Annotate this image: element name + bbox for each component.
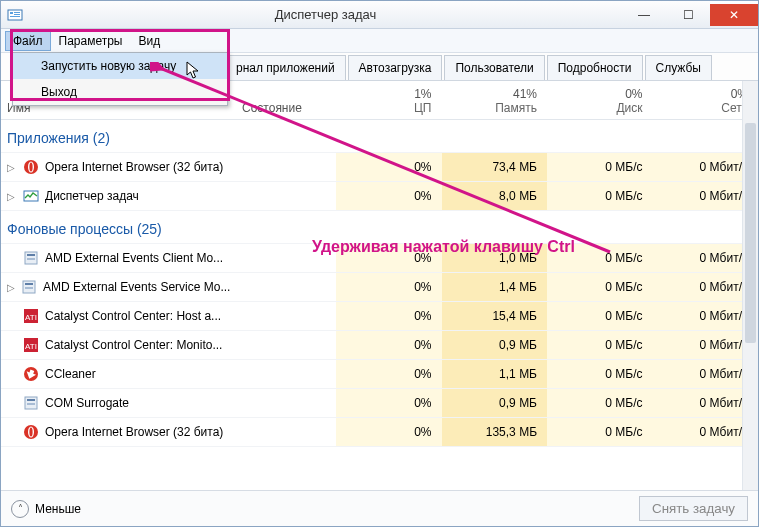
svg-point-25: [29, 428, 32, 437]
tab-startup[interactable]: Автозагрузка: [348, 55, 443, 80]
table-row[interactable]: ▷AMD External Events Service Mo...0%1,4 …: [1, 273, 758, 302]
fewer-details-label: Меньше: [35, 502, 81, 516]
table-row[interactable]: CCleaner0%1,1 МБ0 МБ/с0 Мбит/с: [1, 360, 758, 389]
process-name: Catalyst Control Center: Monito...: [45, 338, 222, 352]
process-name: AMD External Events Client Mo...: [45, 251, 223, 265]
disk-cell: 0 МБ/с: [547, 418, 653, 447]
cpu-cell: 0%: [336, 273, 442, 302]
svg-rect-1: [10, 12, 13, 14]
table-row[interactable]: ▷Диспетчер задач0%8,0 МБ0 МБ/с0 Мбит/с: [1, 182, 758, 211]
tab-services[interactable]: Службы: [645, 55, 712, 80]
svg-rect-22: [27, 403, 35, 405]
svg-rect-3: [14, 14, 20, 15]
fewer-details-button[interactable]: ˄ Меньше: [11, 500, 81, 518]
memory-cell: 135,3 МБ: [442, 418, 548, 447]
maximize-button[interactable]: ☐: [666, 4, 710, 26]
process-state: [236, 182, 336, 211]
table-row[interactable]: ▷Opera Internet Browser (32 бита)0%73,4 …: [1, 153, 758, 182]
disk-cell: 0 МБ/с: [547, 244, 653, 273]
content-area: Имя Состояние 1%ЦП 41%Память 0%Диск 0%Се…: [1, 81, 758, 490]
memory-cell: 73,4 МБ: [442, 153, 548, 182]
disk-cell: 0 МБ/с: [547, 360, 653, 389]
memory-cell: 1,4 МБ: [442, 273, 548, 302]
end-task-button[interactable]: Снять задачу: [639, 496, 748, 521]
expander-icon[interactable]: ▷: [7, 162, 17, 173]
chevron-up-icon: ˄: [11, 500, 29, 518]
file-menu-dropdown: Запустить новую задачу Выход: [12, 52, 228, 106]
scrollbar-thumb[interactable]: [745, 123, 756, 343]
process-name: CCleaner: [45, 367, 96, 381]
process-name: Диспетчер задач: [45, 189, 139, 203]
process-icon: ATI: [23, 308, 39, 324]
svg-rect-4: [10, 16, 20, 17]
process-icon: [23, 424, 39, 440]
expander-icon[interactable]: ▷: [7, 191, 17, 202]
tab-app-history[interactable]: рнал приложений: [225, 55, 346, 80]
menu-file[interactable]: Файл: [5, 31, 51, 51]
table-row[interactable]: ATICatalyst Control Center: Monito...0%0…: [1, 331, 758, 360]
process-icon: ATI: [23, 337, 39, 353]
memory-cell: 0,9 МБ: [442, 331, 548, 360]
cpu-cell: 0%: [336, 153, 442, 182]
process-name: Opera Internet Browser (32 бита): [45, 160, 223, 174]
tab-details[interactable]: Подробности: [547, 55, 643, 80]
disk-cell: 0 МБ/с: [547, 331, 653, 360]
cpu-cell: 0%: [336, 302, 442, 331]
disk-cell: 0 МБ/с: [547, 153, 653, 182]
process-state: [236, 302, 336, 331]
svg-rect-10: [27, 254, 35, 256]
close-button[interactable]: ✕: [710, 4, 758, 26]
group-title: Приложения (2): [1, 120, 758, 153]
col-state[interactable]: Состояние: [236, 81, 336, 120]
table-row[interactable]: COM Surrogate0%0,9 МБ0 МБ/с0 Мбит/с: [1, 389, 758, 418]
process-state: [236, 389, 336, 418]
process-state: [236, 360, 336, 389]
tab-users[interactable]: Пользователи: [444, 55, 544, 80]
cpu-cell: 0%: [336, 389, 442, 418]
process-icon: [23, 366, 39, 382]
cpu-cell: 0%: [336, 331, 442, 360]
memory-cell: 8,0 МБ: [442, 182, 548, 211]
col-memory[interactable]: 41%Память: [442, 81, 548, 120]
svg-point-7: [29, 163, 32, 172]
svg-text:ATI: ATI: [25, 342, 37, 351]
cpu-cell: 0%: [336, 182, 442, 211]
svg-rect-11: [27, 258, 35, 260]
disk-cell: 0 МБ/с: [547, 182, 653, 211]
disk-cell: 0 МБ/с: [547, 273, 653, 302]
process-state: [236, 418, 336, 447]
process-icon: [21, 279, 37, 295]
memory-cell: 1,0 МБ: [442, 244, 548, 273]
menu-options[interactable]: Параметры: [51, 31, 131, 51]
process-name: Catalyst Control Center: Host a...: [45, 309, 221, 323]
process-name: Opera Internet Browser (32 бита): [45, 425, 223, 439]
col-cpu[interactable]: 1%ЦП: [336, 81, 442, 120]
window-title: Диспетчер задач: [29, 7, 622, 22]
window-controls: — ☐ ✕: [622, 4, 758, 26]
svg-text:ATI: ATI: [25, 313, 37, 322]
process-icon: [23, 188, 39, 204]
svg-rect-2: [14, 12, 20, 13]
table-row[interactable]: ATICatalyst Control Center: Host a...0%1…: [1, 302, 758, 331]
col-disk[interactable]: 0%Диск: [547, 81, 653, 120]
table-row[interactable]: AMD External Events Client Mo...0%1,0 МБ…: [1, 244, 758, 273]
menu-view[interactable]: Вид: [130, 31, 168, 51]
group-header: Приложения (2): [1, 120, 758, 153]
process-table: Имя Состояние 1%ЦП 41%Память 0%Диск 0%Се…: [1, 81, 758, 447]
menu-run-new-task[interactable]: Запустить новую задачу: [13, 53, 227, 79]
process-name: COM Surrogate: [45, 396, 129, 410]
minimize-button[interactable]: —: [622, 4, 666, 26]
process-icon: [23, 159, 39, 175]
process-state: [236, 331, 336, 360]
memory-cell: 1,1 МБ: [442, 360, 548, 389]
svg-rect-13: [25, 283, 33, 285]
svg-rect-21: [27, 399, 35, 401]
cpu-cell: 0%: [336, 360, 442, 389]
vertical-scrollbar[interactable]: [742, 81, 758, 490]
menu-exit[interactable]: Выход: [13, 79, 227, 105]
memory-cell: 0,9 МБ: [442, 389, 548, 418]
table-row[interactable]: Opera Internet Browser (32 бита)0%135,3 …: [1, 418, 758, 447]
process-state: [236, 273, 336, 302]
group-header: Фоновые процессы (25): [1, 211, 758, 244]
expander-icon[interactable]: ▷: [7, 282, 15, 293]
